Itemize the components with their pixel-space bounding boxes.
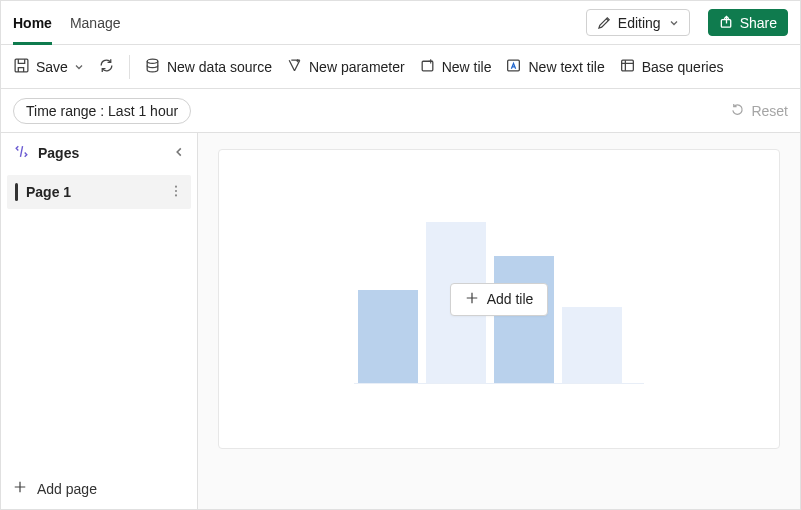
new-text-tile-label: New text tile <box>528 59 604 75</box>
refresh-button[interactable] <box>98 57 115 77</box>
filter-bar: Time range : Last 1 hour Reset <box>1 89 800 133</box>
page-item-menu-button[interactable] <box>169 184 183 201</box>
new-text-tile-button[interactable]: New text tile <box>505 57 604 77</box>
time-range-label: Time range : <box>26 103 104 119</box>
add-tile-button[interactable]: Add tile <box>450 283 549 316</box>
svg-point-7 <box>175 189 177 191</box>
tab-bar: Home Manage Editing Share <box>1 1 800 45</box>
chevron-down-icon <box>74 59 84 75</box>
reset-icon <box>730 102 745 120</box>
page-item-label: Page 1 <box>26 184 71 200</box>
tab-manage[interactable]: Manage <box>70 1 121 44</box>
pencil-icon <box>597 15 612 30</box>
svg-point-8 <box>175 194 177 196</box>
placeholder-bar <box>494 256 554 383</box>
share-icon <box>719 15 734 30</box>
save-icon <box>13 57 30 77</box>
editing-label: Editing <box>618 16 661 30</box>
refresh-icon <box>98 57 115 77</box>
new-parameter-label: New parameter <box>309 59 405 75</box>
parameter-icon <box>286 57 303 77</box>
save-label: Save <box>36 59 68 75</box>
base-queries-icon <box>619 57 636 77</box>
editing-button[interactable]: Editing <box>586 9 690 36</box>
share-button[interactable]: Share <box>708 9 788 36</box>
placeholder-bar <box>358 290 418 383</box>
time-range-value: Last 1 hour <box>108 103 178 119</box>
main-body: Pages Page 1 Add page <box>1 133 800 509</box>
chevron-down-icon <box>669 18 679 28</box>
share-label: Share <box>740 16 777 30</box>
placeholder-bar <box>562 307 622 383</box>
add-page-button[interactable]: Add page <box>1 468 197 509</box>
new-parameter-button[interactable]: New parameter <box>286 57 405 77</box>
sidebar-header: Pages <box>1 133 197 173</box>
base-queries-label: Base queries <box>642 59 724 75</box>
sidebar-title: Pages <box>38 145 79 161</box>
pages-sidebar: Pages Page 1 Add page <box>1 133 198 509</box>
new-tile-label: New tile <box>442 59 492 75</box>
svg-point-6 <box>175 185 177 187</box>
empty-canvas: Add tile <box>218 149 780 449</box>
add-tile-label: Add tile <box>487 291 534 307</box>
new-data-source-button[interactable]: New data source <box>144 57 272 77</box>
svg-rect-1 <box>15 59 28 72</box>
database-icon <box>144 57 161 77</box>
tab-home-label: Home <box>13 15 52 31</box>
new-data-source-label: New data source <box>167 59 272 75</box>
base-queries-button[interactable]: Base queries <box>619 57 724 77</box>
time-range-pill[interactable]: Time range : Last 1 hour <box>13 98 191 124</box>
tab-manage-label: Manage <box>70 15 121 31</box>
plus-icon <box>13 480 27 497</box>
svg-rect-5 <box>621 60 633 71</box>
tile-icon <box>419 57 436 77</box>
toolbar-divider <box>129 55 130 79</box>
collapse-sidebar-button[interactable] <box>173 145 185 161</box>
svg-point-2 <box>147 59 158 63</box>
tab-home[interactable]: Home <box>13 1 52 44</box>
canvas-area: Add tile <box>198 133 800 509</box>
new-tile-button[interactable]: New tile <box>419 57 492 77</box>
reset-button[interactable]: Reset <box>730 102 788 120</box>
save-button[interactable]: Save <box>13 57 84 77</box>
pages-icon <box>13 143 30 163</box>
reset-label: Reset <box>751 103 788 119</box>
text-tile-icon <box>505 57 522 77</box>
active-page-indicator <box>15 183 18 201</box>
add-page-label: Add page <box>37 481 97 497</box>
page-item[interactable]: Page 1 <box>7 175 191 209</box>
plus-icon <box>465 291 479 308</box>
toolbar: Save New data source New parameter New t… <box>1 45 800 89</box>
